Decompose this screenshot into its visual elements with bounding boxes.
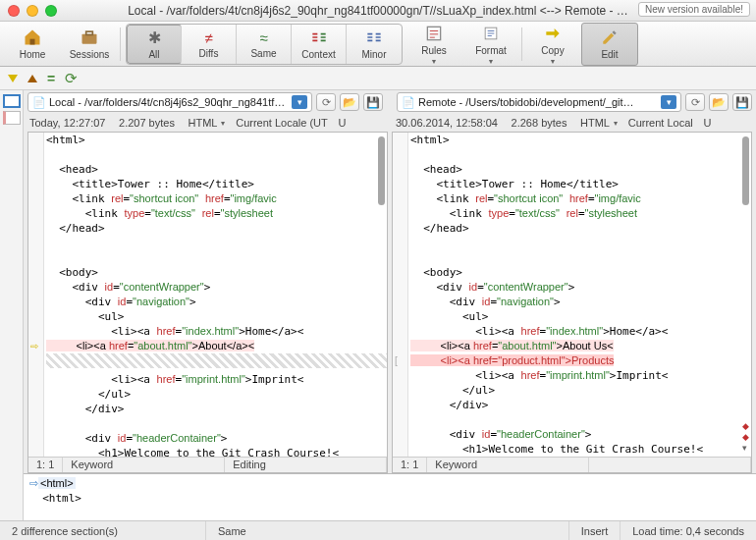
main-toolbar: Home Sessions ✱All ≠Diffs ≈Same Context … (0, 22, 756, 67)
briefcase-icon (80, 27, 99, 47)
not-equal-icon: ≠ (204, 29, 212, 46)
keyword-label: Keyword (427, 458, 589, 472)
copy-button[interactable]: Copy▼ (524, 23, 581, 66)
zoom-icon[interactable] (45, 5, 57, 17)
chevron-down-icon: ▾ (292, 95, 307, 109)
asterisk-icon: ✱ (148, 28, 161, 47)
mode-label (589, 458, 751, 472)
status-bar: 2 difference section(s) Same Insert Load… (0, 520, 756, 540)
format-icon (481, 24, 501, 43)
window-controls (8, 5, 57, 17)
svg-rect-2 (86, 31, 93, 34)
insert-mode: Insert (569, 521, 621, 540)
home-icon (23, 27, 42, 47)
chevron-down-icon: ▾ (661, 95, 676, 109)
filter-group: ✱All ≠Diffs ≈Same Context Minor (126, 24, 403, 65)
overview-thumb[interactable] (3, 94, 21, 108)
svg-rect-0 (30, 39, 35, 45)
left-save-button[interactable]: 💾 (363, 93, 383, 111)
left-open-button[interactable]: 📂 (340, 93, 359, 111)
right-path-select[interactable]: 📄 Remote - /Users/tobidobi/development/_… (397, 92, 681, 112)
diffs-button[interactable]: ≠Diffs (182, 25, 237, 64)
right-editor[interactable]: <html> <head> <title>Tower :: Home</titl… (392, 132, 752, 473)
all-button[interactable]: ✱All (127, 25, 182, 64)
scrollbar[interactable] (378, 136, 385, 205)
right-refresh-button[interactable]: ⟳ (685, 93, 705, 111)
diff-markers: ◆◆▾ (742, 421, 749, 453)
cursor-pos: 1: 1 (393, 458, 427, 472)
main-area: 📄 Local - /var/folders/4t/cn8j4j6s2_90qh… (0, 90, 756, 520)
diff-nav-bar: = ⟳ (0, 67, 756, 90)
arrow-right-icon (543, 24, 563, 43)
path-row: 📄 Local - /var/folders/4t/cn8j4j6s2_90qh… (24, 90, 756, 114)
pencil-icon (600, 27, 620, 47)
approx-icon: ≈ (259, 29, 267, 46)
home-button[interactable]: Home (4, 23, 61, 66)
right-code[interactable]: <html> <head> <title>Tower :: Home</titl… (393, 133, 751, 457)
same-button[interactable]: ≈Same (237, 25, 292, 64)
compare-panes: 📄 Local - /var/folders/4t/cn8j4j6s2_90qh… (24, 90, 756, 520)
overview-gutter (0, 90, 24, 520)
next-diff-button[interactable] (8, 75, 18, 82)
minimize-icon[interactable] (27, 5, 38, 17)
right-footer: 1: 1 Keyword (393, 457, 751, 472)
rules-icon (424, 24, 444, 43)
mode-label: Editing (225, 458, 387, 472)
left-refresh-button[interactable]: ⟳ (316, 93, 336, 111)
equal-icon[interactable]: = (47, 71, 55, 86)
left-footer: 1: 1 Keyword Editing (28, 457, 387, 472)
diff-count: 2 difference section(s) (0, 521, 206, 540)
context-icon (309, 27, 329, 47)
editor-split: <html> <head> <title>Tower :: Home</titl… (24, 132, 756, 473)
same-status: Same (206, 521, 569, 540)
separator (120, 27, 121, 61)
left-editor[interactable]: <html> <head> <title>Tower :: Home</titl… (27, 132, 388, 473)
right-save-button[interactable]: 💾 (732, 93, 752, 111)
svg-rect-3 (427, 27, 440, 39)
keyword-label: Keyword (63, 458, 225, 472)
titlebar: Local - /var/folders/4t/cn8j4j6s2_90qhr_… (0, 0, 756, 22)
scrollbar[interactable] (742, 136, 749, 205)
edit-button[interactable]: Edit (581, 23, 638, 66)
sessions-button[interactable]: Sessions (61, 23, 118, 66)
cursor-pos: 1: 1 (28, 458, 63, 472)
update-notification[interactable]: New version available! (638, 2, 750, 17)
file-icon: 📄 (402, 96, 415, 109)
left-info: Today, 12:27:07 2.207 bytes HTML▾ Curren… (24, 114, 390, 132)
file-icon: 📄 (32, 96, 46, 109)
minor-button[interactable]: Minor (347, 25, 402, 64)
load-time: Load time: 0,4 seconds (621, 521, 756, 540)
separator (521, 27, 522, 61)
format-button[interactable]: Format▼ (462, 23, 519, 66)
overview-thumb[interactable] (3, 111, 21, 125)
prev-diff-button[interactable] (27, 75, 37, 82)
right-info: 30.06.2014, 12:58:04 2.268 bytes HTML▾ C… (390, 114, 756, 132)
bottom-preview[interactable]: ⇨<html> <html> (24, 473, 756, 520)
left-path-select[interactable]: 📄 Local - /var/folders/4t/cn8j4j6s2_90qh… (27, 92, 312, 112)
minor-icon (364, 27, 384, 47)
rules-button[interactable]: Rules▼ (405, 23, 462, 66)
context-button[interactable]: Context (292, 25, 347, 64)
left-code[interactable]: <html> <head> <title>Tower :: Home</titl… (28, 133, 387, 457)
right-open-button[interactable]: 📂 (709, 93, 729, 111)
refresh-button[interactable]: ⟳ (65, 70, 78, 87)
close-icon[interactable] (8, 5, 20, 17)
